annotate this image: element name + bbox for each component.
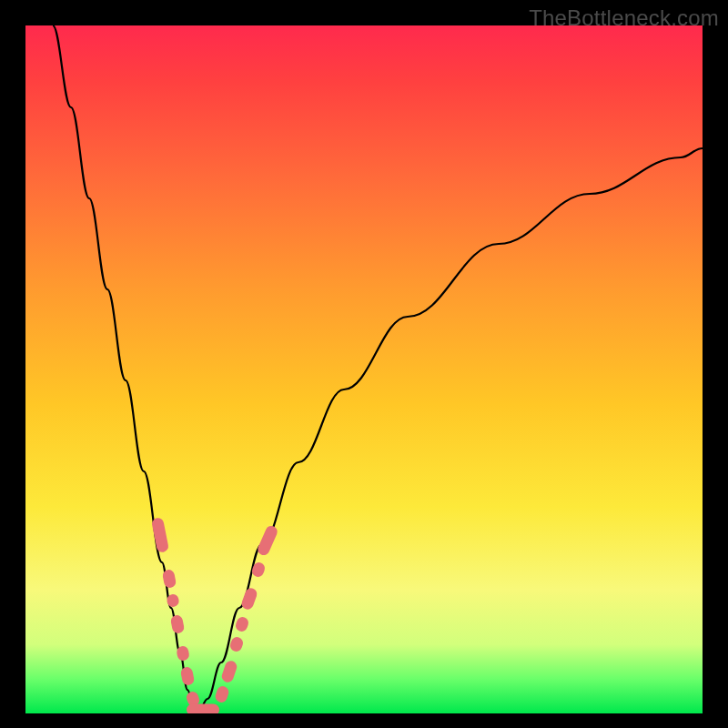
data-marker: [220, 660, 238, 684]
data-marker: [256, 524, 279, 557]
data-marker: [240, 587, 258, 612]
curve-group: [53, 25, 703, 713]
chart-plot-area: [25, 25, 703, 713]
data-marker: [214, 684, 230, 703]
data-marker: [151, 517, 169, 553]
data-marker: [187, 704, 219, 714]
right-curve: [198, 148, 703, 713]
watermark-text: TheBottleneck.com: [529, 5, 719, 31]
markers-group: [151, 517, 279, 713]
left-curve: [53, 25, 198, 713]
data-marker: [180, 666, 196, 686]
data-marker: [234, 615, 250, 632]
data-marker: [170, 614, 186, 634]
data-marker: [228, 635, 244, 652]
chart-svg: [25, 25, 703, 713]
